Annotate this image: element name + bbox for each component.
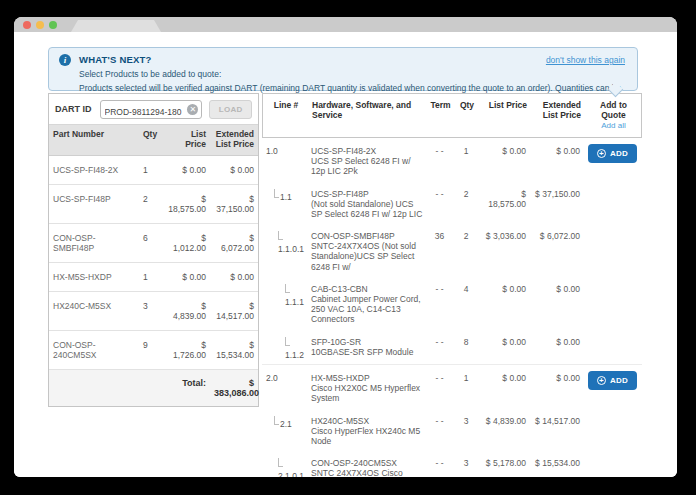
info-icon: i (59, 54, 71, 66)
zoom-window-icon[interactable] (49, 21, 57, 29)
part-number: SFP-10G-SR (311, 337, 423, 347)
load-button[interactable]: LOAD (209, 100, 252, 119)
list-price-cell: $ 0.00 (479, 276, 529, 329)
qty-cell: 6 (139, 224, 164, 262)
part-number-cell: UCS-SP-FI48-2X (49, 156, 139, 184)
col-part-number: Part Number (49, 125, 139, 155)
line-number-cell: 1.0 (262, 138, 308, 181)
dart-table-body: UCS-SP-FI48-2X1$ 0.00$ 0.00UCS-SP-FI48P2… (49, 156, 258, 370)
quote-row: 1.1.1CAB-C13-CBNCabinet Jumper Power Cor… (262, 276, 642, 329)
dont-show-again-link[interactable]: don't show this again (546, 55, 625, 65)
quote-group: 2.0HX-M5S-HXDPCisco HX2X0C M5 Hyperflex … (262, 365, 642, 477)
action-cell (583, 223, 642, 276)
hardware-cell: HX-M5S-HXDPCisco HX2X0C M5 Hyperflex Sys… (308, 365, 426, 408)
line-number: 2.1 (280, 419, 292, 429)
quote-row: 1.1.0.1CON-OSP-SMBFI48PSNTC-24X7X4OS (No… (262, 223, 642, 276)
dart-id-label: DART ID (55, 104, 100, 114)
window-titlebar (14, 17, 677, 32)
part-number: CAB-C13-CBN (311, 284, 423, 294)
part-number: HX240C-M5SX (311, 416, 423, 426)
hardware-cell: CON-OSP-SMBFI48PSNTC-24X7X4OS (Not sold … (308, 223, 426, 276)
add-button-label: ADD (610, 376, 628, 385)
quote-row: 1.1UCS-SP-FI48P(Not sold Standalone) UCS… (262, 181, 642, 224)
term-cell: - - (426, 181, 453, 224)
tree-connector-icon (285, 337, 290, 346)
action-cell (583, 276, 642, 329)
list-price-cell: $ 4,839.00 (479, 408, 529, 451)
part-number: CON-OSP-SMBFI48P (311, 231, 423, 241)
part-description: Cisco HyperFlex HX240c M5 Node (311, 426, 423, 446)
list-price-cell: $ 0.00 (479, 365, 529, 408)
add-button-label: ADD (610, 149, 628, 158)
quote-panel: Line # Hardware, Software, and Service T… (262, 93, 642, 477)
col-add-to-quote: Add to Quote Add all (584, 94, 643, 137)
qty-cell: 1 (139, 156, 164, 184)
line-number-cell: 2.1 (262, 408, 308, 451)
line-number: 1.1.2 (285, 350, 304, 360)
browser-tab[interactable] (71, 20, 161, 32)
part-number: UCS-SP-FI48-2X (311, 146, 423, 156)
banner-title: WHAT'S NEXT? (79, 54, 627, 65)
hardware-cell: HX240C-M5SXCisco HyperFlex HX240c M5 Nod… (308, 408, 426, 451)
quote-row: 2.0HX-M5S-HXDPCisco HX2X0C M5 Hyperflex … (262, 365, 642, 408)
tree-connector-icon (278, 458, 283, 467)
line-number: 2.0 (266, 373, 278, 383)
clear-input-icon[interactable]: ✕ (187, 104, 198, 115)
traffic-lights (23, 21, 57, 29)
extended-price-cell: $ 14,517.00 (529, 408, 583, 451)
extended-price-cell: $ 6,072.00 (529, 223, 583, 276)
hardware-cell: UCS-SP-FI48-2XUCS SP Select 6248 FI w/ 1… (308, 138, 426, 181)
tree-connector-icon (274, 416, 279, 425)
part-number: CON-OSP-240CM5SX (311, 458, 423, 468)
line-number: 2.1.0.1 (278, 471, 304, 477)
line-number-cell: 1.1.1 (262, 276, 308, 329)
plus-circle-icon: + (597, 376, 606, 385)
col-line-number: Line # (263, 94, 309, 137)
part-number-cell: HX240C-M5SX (49, 292, 139, 330)
table-row: UCS-SP-FI48P2$ 18,575.00$ 37,150.00 (49, 185, 258, 224)
extended-price-cell: $ 0.00 (529, 138, 583, 181)
qty-cell: 1 (139, 263, 164, 291)
add-all-link[interactable]: Add all (587, 121, 640, 131)
part-description: Cisco HX2X0C M5 Hyperflex System (311, 383, 423, 403)
term-cell: - - (426, 365, 453, 408)
qty-cell: 1 (453, 138, 479, 181)
quote-row: 1.0UCS-SP-FI48-2XUCS SP Select 6248 FI w… (262, 138, 642, 181)
line-number-cell: 2.1.0.1 (262, 450, 308, 477)
qty-cell: 8 (453, 329, 479, 364)
hardware-cell: CAB-C13-CBNCabinet Jumper Power Cord, 25… (308, 276, 426, 329)
action-cell (583, 450, 642, 477)
add-button[interactable]: +ADD (588, 144, 637, 163)
qty-cell: 2 (139, 185, 164, 223)
table-row: HX240C-M5SX3$ 4,839.00$ 14,517.00 (49, 292, 258, 331)
extended-price-cell: $ 14,517.00 (210, 292, 258, 330)
action-cell: +ADD (583, 138, 642, 181)
add-button[interactable]: +ADD (588, 371, 637, 390)
dart-panel: DART ID ✕ LOAD Part Number Qty List Pric… (48, 93, 259, 407)
table-row: CON-OSP-SMBFI48P6$ 1,012.00$ 6,072.00 (49, 224, 258, 263)
browser-window: i WHAT'S NEXT? don't show this again Sel… (14, 17, 677, 477)
list-price-cell: $ 3,036.00 (479, 223, 529, 276)
action-cell (583, 408, 642, 451)
action-cell: +ADD (583, 365, 642, 408)
total-label: Total: (164, 370, 210, 406)
dart-id-row: DART ID ✕ LOAD (49, 94, 258, 125)
dart-id-input[interactable] (101, 103, 189, 120)
part-number: HX-M5S-HXDP (311, 373, 423, 383)
extended-price-cell: $ 37,150.00 (529, 181, 583, 224)
close-window-icon[interactable] (23, 21, 31, 29)
action-cell (583, 181, 642, 224)
action-cell (583, 329, 642, 364)
extended-price-cell: $ 0.00 (529, 365, 583, 408)
col-term: Term (427, 94, 454, 137)
screenshot-stage: i WHAT'S NEXT? don't show this again Sel… (0, 0, 696, 495)
list-price-cell: $ 5,178.00 (479, 450, 529, 477)
minimize-window-icon[interactable] (36, 21, 44, 29)
list-price-cell: $ 0.00 (164, 263, 210, 291)
part-description: SNTC 24X7X4OS Cisco HyperFlex HX240c M5 … (311, 468, 423, 477)
col-list-price: List Price (164, 125, 210, 155)
extended-price-cell: $ 0.00 (529, 276, 583, 329)
col-qty: Qty (139, 125, 164, 155)
term-cell: 36 (426, 223, 453, 276)
total-value: $ 383,086.00 (210, 370, 258, 406)
